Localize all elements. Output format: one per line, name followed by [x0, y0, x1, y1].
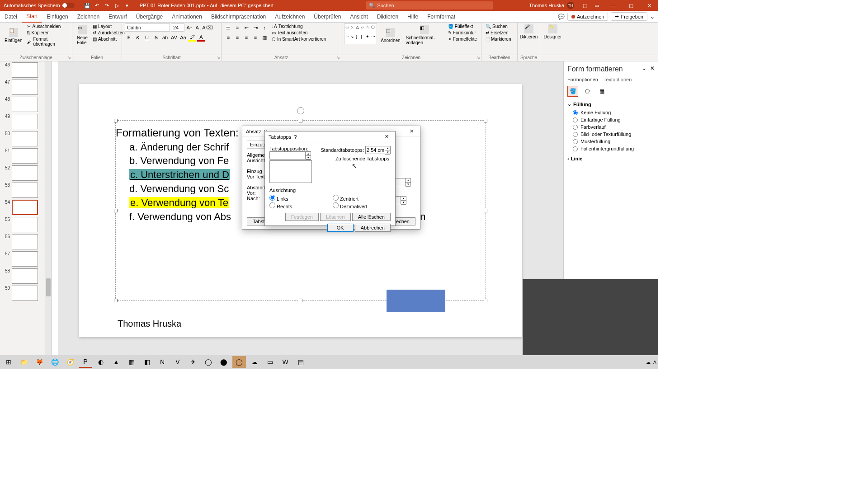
chrome-icon[interactable]: 🌐: [48, 356, 61, 368]
paste-button[interactable]: 📋Einfügen: [3, 23, 24, 47]
maximize-icon[interactable]: ▢: [622, 0, 640, 11]
select-button[interactable]: ⬚Markieren: [484, 36, 514, 42]
author-text[interactable]: Thomas Hruska: [118, 319, 181, 329]
arrange-button[interactable]: ⬚Anordnen: [379, 23, 402, 47]
tray-weather-icon[interactable]: ☁: [646, 360, 651, 365]
tab-entwurf[interactable]: Entwurf: [104, 11, 132, 23]
app-icon-3[interactable]: ◧: [140, 356, 154, 368]
fill-picture-radio[interactable]: Bild- oder Texturfüllung: [573, 131, 655, 137]
vlc-icon[interactable]: ▲: [109, 356, 123, 368]
new-slide-button[interactable]: ▭Neue Folie: [75, 23, 90, 47]
spin-down-icon[interactable]: ▾: [306, 156, 311, 160]
app-icon-2[interactable]: ▦: [125, 356, 138, 368]
tabstops-dialog-help-icon[interactable]: ?: [291, 133, 299, 141]
default-tabstops-input[interactable]: [365, 146, 385, 154]
fill-line-tab-icon[interactable]: 🪣: [567, 86, 578, 97]
pane-tab-text[interactable]: Textoptionen: [604, 77, 632, 82]
thumbnail-slide-47[interactable]: 47: [0, 79, 52, 96]
resize-handle-s[interactable]: [299, 299, 302, 302]
format-painter-button[interactable]: 🖌Format übertragen: [26, 36, 69, 47]
thumbnail-slide-48[interactable]: 48: [0, 96, 52, 113]
line-section-header[interactable]: ›Linie: [567, 156, 655, 161]
cut-button[interactable]: ✂Ausschneiden: [26, 23, 69, 29]
undo-icon[interactable]: ↶: [94, 2, 101, 9]
thumbnail-slide-58[interactable]: 58: [0, 267, 52, 285]
tab-aufzeichnen[interactable]: Aufzeichnen: [270, 11, 309, 23]
tab-datei[interactable]: Datei: [0, 11, 22, 23]
thumbnail-slide-57[interactable]: 57: [0, 250, 52, 267]
spin-up-icon[interactable]: ▴: [385, 146, 390, 150]
thumbnail-slide-49[interactable]: 49: [0, 113, 52, 130]
powerpoint-icon[interactable]: P: [79, 356, 92, 368]
quick-styles-button[interactable]: ◧Schnellformat-vorlagen: [404, 23, 445, 47]
thumbnail-pane[interactable]: 4647484950515253545556575859: [0, 61, 52, 355]
align-text-button[interactable]: ▭Text ausrichten: [270, 30, 327, 36]
rotate-handle[interactable]: [297, 107, 304, 114]
tabstop-position-field[interactable]: ▴▾: [269, 151, 311, 160]
default-tabstops-field[interactable]: ▴▾: [365, 146, 391, 154]
app-icon-1[interactable]: ◐: [94, 356, 108, 368]
qat-more-icon[interactable]: ▾: [123, 2, 131, 9]
tab-diktieren[interactable]: Diktieren: [373, 11, 403, 23]
start-button[interactable]: ⊞: [2, 356, 15, 368]
word-icon[interactable]: W: [278, 356, 292, 368]
tab-animationen[interactable]: Animationen: [167, 11, 207, 23]
clear-all-button[interactable]: Alle löschen: [352, 213, 391, 221]
share-button[interactable]: ➦Freigeben: [611, 12, 647, 21]
fill-gradient-radio[interactable]: Farbverlauf: [573, 124, 655, 130]
tab-praesentation[interactable]: Bildschirmpräsentation: [207, 11, 270, 23]
coming-soon-icon[interactable]: ⬚: [581, 2, 589, 9]
fill-solid-radio[interactable]: Einfarbige Füllung: [573, 117, 655, 122]
tab-formformat[interactable]: Formformat: [423, 11, 460, 23]
character-spacing-icon[interactable]: AV: [170, 33, 178, 42]
pane-tab-shape[interactable]: Formoptionen: [567, 77, 598, 82]
redo-icon[interactable]: ↷: [104, 2, 111, 9]
edge-icon[interactable]: 🧭: [63, 356, 77, 368]
reset-button[interactable]: ↺Zurücksetzen: [91, 30, 126, 36]
tab-einfuegen[interactable]: Einfügen: [42, 11, 72, 23]
paragraph-dialog-close-icon[interactable]: ✕: [407, 127, 416, 135]
effects-tab-icon[interactable]: ⬠: [582, 86, 593, 97]
font-name-combo[interactable]: Calibri: [125, 23, 170, 32]
app-icon-5[interactable]: ◯: [202, 356, 215, 368]
document-title[interactable]: PPT 01 Roter Faden 001.pptx • Auf "diese…: [131, 3, 367, 8]
tabstops-dialog-close-icon[interactable]: ✕: [382, 133, 392, 141]
vertical-ruler[interactable]: [52, 61, 58, 355]
tab-start[interactable]: Start: [22, 11, 42, 23]
copy-button[interactable]: ⎘Kopieren: [26, 30, 69, 36]
align-left-icon[interactable]: ≡: [224, 33, 232, 42]
thumbnail-scrollbar[interactable]: [45, 61, 52, 355]
tray-expand-icon[interactable]: ᐱ: [653, 360, 656, 365]
bold-button[interactable]: F: [125, 33, 133, 42]
font-launcher-icon[interactable]: ⬂: [217, 56, 220, 60]
shape-effects-button[interactable]: ✦Formeffekte: [447, 36, 478, 42]
autosave-toggle[interactable]: Automatisches Speichern: [4, 3, 75, 8]
tabstop-position-spinner[interactable]: ▴▾: [306, 151, 311, 160]
pane-collapse-icon[interactable]: ⌄: [642, 65, 646, 71]
shape-outline-button[interactable]: ✎Formkontur: [447, 30, 478, 36]
app-icon-9[interactable]: ▤: [294, 356, 307, 368]
firefox-icon[interactable]: 🦊: [33, 356, 46, 368]
resize-handle-n[interactable]: [299, 119, 302, 122]
clipboard-launcher-icon[interactable]: ⬂: [68, 56, 71, 60]
resize-handle-w[interactable]: [114, 209, 118, 212]
file-explorer-icon[interactable]: 📁: [17, 356, 31, 368]
set-button[interactable]: Festlegen: [285, 213, 319, 221]
minimize-icon[interactable]: —: [604, 0, 622, 11]
comments-icon[interactable]: 💬: [558, 14, 565, 20]
resize-handle-sw[interactable]: [114, 299, 118, 302]
font-color-icon[interactable]: A: [197, 33, 205, 42]
find-button[interactable]: 🔍Suchen: [484, 23, 514, 29]
replace-button[interactable]: ⇄Ersetzen: [484, 30, 514, 36]
thumbnail-slide-56[interactable]: 56: [0, 233, 52, 250]
bullets-icon[interactable]: ☰: [224, 23, 232, 32]
strikethrough-button[interactable]: S̶: [152, 33, 160, 42]
ribbon-options-icon[interactable]: ▭: [593, 2, 600, 9]
resize-handle-se[interactable]: [484, 299, 487, 302]
spin-up-icon[interactable]: ▴: [306, 152, 311, 156]
align-right-icon[interactable]: ≡: [242, 33, 250, 42]
paragraph-launcher-icon[interactable]: ⬂: [337, 56, 340, 60]
italic-button[interactable]: K: [134, 33, 142, 42]
increase-font-icon[interactable]: A↑: [185, 23, 193, 32]
thumbnail-slide-59[interactable]: 59: [0, 285, 52, 302]
